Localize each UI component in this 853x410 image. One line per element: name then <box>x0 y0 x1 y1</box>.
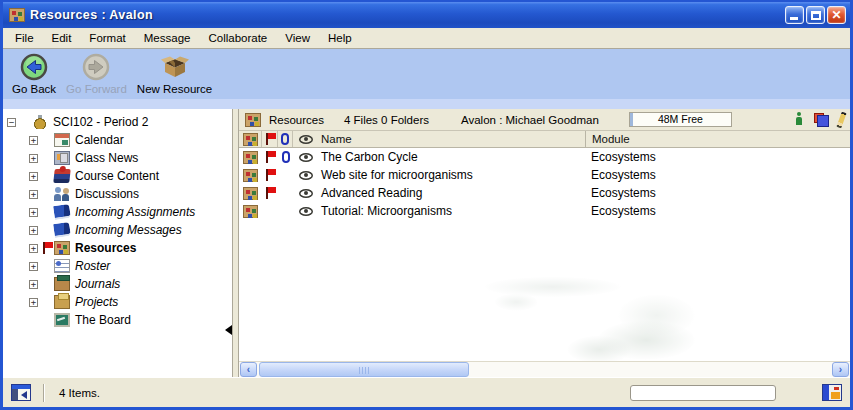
column-viewed[interactable] <box>293 131 318 147</box>
tree-item[interactable]: + Calendar <box>7 131 232 149</box>
panel-splitter[interactable] <box>232 109 239 377</box>
column-flag[interactable] <box>262 131 278 147</box>
resource-row[interactable]: Tutorial: Microorganisms Ecosystems <box>239 202 850 220</box>
menu-message[interactable]: Message <box>135 30 200 46</box>
menu-collaborate[interactable]: Collaborate <box>199 30 276 46</box>
flag-slot <box>40 224 54 236</box>
expand-toggle[interactable]: + <box>29 226 38 235</box>
menu-bar: File Edit Format Message Collaborate Vie… <box>3 28 850 49</box>
column-attachment[interactable] <box>278 131 293 147</box>
flag-slot <box>40 242 54 254</box>
window-list-icon[interactable] <box>11 384 31 401</box>
tree-item[interactable]: + Incoming Assignments <box>7 203 232 221</box>
close-icon: ✕ <box>828 8 845 23</box>
close-button[interactable]: ✕ <box>827 6 846 24</box>
layout-icon[interactable] <box>822 384 842 401</box>
expand-toggle[interactable]: + <box>29 136 38 145</box>
expand-toggle[interactable]: + <box>29 208 38 217</box>
background-watermark <box>485 266 745 361</box>
expand-toggle[interactable]: + <box>29 244 38 253</box>
expand-toggle[interactable]: + <box>29 190 38 199</box>
menu-help[interactable]: Help <box>319 30 361 46</box>
expand-toggle[interactable]: + <box>29 298 38 307</box>
eye-icon <box>299 189 313 198</box>
scroll-right-button[interactable]: › <box>832 362 849 377</box>
expand-toggle[interactable]: + <box>29 154 38 163</box>
flag-slot <box>40 206 54 218</box>
scrollbar-thumb[interactable] <box>259 362 469 377</box>
eye-icon <box>299 171 313 180</box>
column-item-icon[interactable] <box>239 131 262 147</box>
roster-icon <box>54 259 70 273</box>
go-back-button[interactable]: Go Back <box>9 51 59 96</box>
tree-item[interactable]: + Course Content <box>7 167 232 185</box>
tree-item[interactable]: + Class News <box>7 149 232 167</box>
maximize-button[interactable] <box>806 6 825 24</box>
flag-icon <box>264 169 276 181</box>
tree-item[interactable]: + Roster <box>7 257 232 275</box>
resource-list-panel: Resources 4 Files 0 Folders Avalon : Mic… <box>239 109 850 377</box>
expand-toggle[interactable]: + <box>29 280 38 289</box>
column-name[interactable]: Name <box>318 133 585 145</box>
scroll-left-button[interactable]: ‹ <box>240 362 257 377</box>
person-icon[interactable] <box>794 112 804 127</box>
minimize-icon <box>790 17 798 20</box>
go-back-label: Go Back <box>12 83 56 95</box>
flag-slot <box>40 260 54 272</box>
tree-item-label: Incoming Messages <box>75 223 182 237</box>
resource-row[interactable]: Web site for microorganisms Ecosystems <box>239 166 850 184</box>
layers-icon[interactable] <box>814 113 829 127</box>
resource-icon <box>243 205 258 218</box>
title-bar[interactable]: Resources : Avalon ✕ <box>3 2 850 28</box>
tree-item-label: Incoming Assignments <box>75 205 195 219</box>
flag-slot <box>40 296 54 308</box>
tree-item[interactable]: + Discussions <box>7 185 232 203</box>
tree-item[interactable]: + The Board <box>7 311 232 329</box>
expand-toggle[interactable]: + <box>29 172 38 181</box>
discussions-icon <box>54 187 70 201</box>
expand-toggle[interactable]: + <box>29 262 38 271</box>
tree-item[interactable]: + Resources <box>7 239 232 257</box>
tree-item[interactable]: + Journals <box>7 275 232 293</box>
tree-item[interactable]: + Incoming Messages <box>7 221 232 239</box>
collapse-toggle[interactable]: − <box>7 118 16 127</box>
menu-edit[interactable]: Edit <box>43 30 81 46</box>
resource-icon <box>243 133 258 146</box>
tree-item-label: Roster <box>75 259 110 273</box>
window-title: Resources : Avalon <box>30 8 783 22</box>
tree-item[interactable]: + Projects <box>7 293 232 311</box>
main-area: − SCI102 - Period 2 + Calendar + Class N… <box>3 109 850 377</box>
panel-title: Resources <box>269 114 324 126</box>
tree-item-label: Journals <box>75 277 120 291</box>
column-module[interactable]: Module <box>585 131 850 147</box>
status-divider <box>43 384 45 402</box>
flag-icon <box>264 151 276 163</box>
horizontal-scrollbar[interactable]: ‹ › <box>239 361 850 377</box>
collapse-arrow-icon[interactable] <box>225 325 232 335</box>
tree-root[interactable]: − SCI102 - Period 2 <box>7 113 232 131</box>
resource-row[interactable]: The Carbon Cycle Ecosystems <box>239 148 850 166</box>
tree-item-label: Calendar <box>75 133 124 147</box>
menu-file[interactable]: File <box>6 30 43 46</box>
tree-items: + Calendar + Class News + Course Content… <box>7 131 232 329</box>
go-forward-button[interactable]: Go Forward <box>63 51 130 96</box>
resource-module: Ecosystems <box>585 168 850 182</box>
paperclip-icon <box>282 151 290 163</box>
app-window: Resources : Avalon ✕ File Edit Format Me… <box>0 0 853 410</box>
inbook-icon <box>53 222 71 238</box>
go-forward-label: Go Forward <box>66 83 127 95</box>
new-resource-button[interactable]: New Resource <box>134 51 215 96</box>
resource-module: Ecosystems <box>585 186 850 200</box>
minimize-button[interactable] <box>785 6 804 24</box>
menu-format[interactable]: Format <box>80 30 134 46</box>
speaker-glyph <box>21 391 27 399</box>
file-count: 4 Files 0 Folders <box>344 114 429 126</box>
resource-row[interactable]: Advanced Reading Ecosystems <box>239 184 850 202</box>
menu-view[interactable]: View <box>276 30 319 46</box>
pencil-icon[interactable] <box>836 111 846 128</box>
resources-icon <box>245 113 261 127</box>
tree-item-label: Resources <box>75 241 136 255</box>
resource-list: The Carbon Cycle Ecosystems Web site for… <box>239 148 850 361</box>
flag-icon <box>264 133 276 145</box>
flag-slot <box>40 134 54 146</box>
